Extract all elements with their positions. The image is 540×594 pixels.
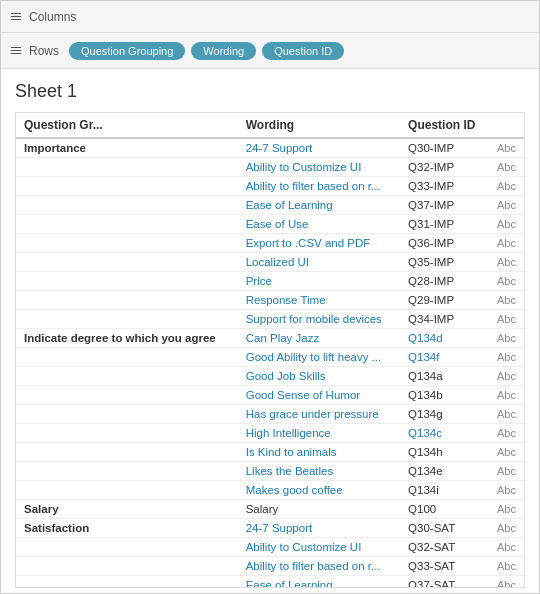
cell-qid: Q100 (400, 500, 489, 519)
cell-wording: Is Kind to animals (238, 443, 400, 462)
cell-abc: Abc (489, 158, 524, 177)
cell-group (16, 424, 238, 443)
cell-qid: Q31-IMP (400, 215, 489, 234)
table-row: Ease of LearningQ37-IMPAbc (16, 196, 524, 215)
col-header-qid: Question ID (400, 113, 489, 138)
cell-group (16, 481, 238, 500)
cell-qid: Q134e (400, 462, 489, 481)
table-row: Good Ability to lift heavy ...Q134fAbc (16, 348, 524, 367)
cell-qid: Q37-IMP (400, 196, 489, 215)
table-row: Ease of UseQ31-IMPAbc (16, 215, 524, 234)
table-row: High IntelligenceQ134cAbc (16, 424, 524, 443)
columns-toolbar: Columns (1, 1, 539, 33)
cell-wording: Ability to filter based on r... (238, 177, 400, 196)
col-header-abc (489, 113, 524, 138)
table-row: SalarySalaryQ100Abc (16, 500, 524, 519)
cell-group (16, 272, 238, 291)
columns-label: Columns (11, 10, 76, 24)
app-container: Columns Rows Question Grouping Wording Q… (0, 0, 540, 594)
cell-wording: Likes the Beatles (238, 462, 400, 481)
cell-abc: Abc (489, 538, 524, 557)
cell-wording: 24-7 Support (238, 138, 400, 158)
table-row: Ability to filter based on r...Q33-SATAb… (16, 557, 524, 576)
cell-group: Satisfaction (16, 519, 238, 538)
pill-wording[interactable]: Wording (191, 42, 256, 60)
cell-abc: Abc (489, 519, 524, 538)
table-row: Good Job SkillsQ134aAbc (16, 367, 524, 386)
cell-abc: Abc (489, 310, 524, 329)
table-row: Has grace under pressureQ134gAbc (16, 405, 524, 424)
table-row: Localized UIQ35-IMPAbc (16, 253, 524, 272)
cell-qid: Q29-IMP (400, 291, 489, 310)
cell-qid: Q134a (400, 367, 489, 386)
cell-group (16, 291, 238, 310)
col-header-group: Question Gr... (16, 113, 238, 138)
cell-wording: Salary (238, 500, 400, 519)
cell-group (16, 443, 238, 462)
cell-group (16, 462, 238, 481)
cell-qid: Q33-IMP (400, 177, 489, 196)
cell-wording: Export to .CSV and PDF (238, 234, 400, 253)
cell-wording: Support for mobile devices (238, 310, 400, 329)
cell-qid: Q32-IMP (400, 158, 489, 177)
data-table-wrapper[interactable]: Question Gr... Wording Question ID Impor… (15, 112, 525, 588)
cell-qid: Q37-SAT (400, 576, 489, 589)
cell-abc: Abc (489, 576, 524, 589)
cell-group (16, 310, 238, 329)
cell-qid: Q35-IMP (400, 253, 489, 272)
cell-abc: Abc (489, 443, 524, 462)
cell-wording: Price (238, 272, 400, 291)
cell-qid: Q36-IMP (400, 234, 489, 253)
cell-group (16, 158, 238, 177)
table-row: Is Kind to animalsQ134hAbc (16, 443, 524, 462)
cell-group (16, 177, 238, 196)
cell-abc: Abc (489, 196, 524, 215)
cell-qid: Q134h (400, 443, 489, 462)
table-header-row: Question Gr... Wording Question ID (16, 113, 524, 138)
cell-group (16, 538, 238, 557)
pill-question-grouping[interactable]: Question Grouping (69, 42, 185, 60)
cell-abc: Abc (489, 386, 524, 405)
main-content: Sheet 1 Question Gr... Wording Question … (1, 69, 539, 593)
cell-wording: Localized UI (238, 253, 400, 272)
cell-abc: Abc (489, 234, 524, 253)
pill-question-id[interactable]: Question ID (262, 42, 344, 60)
cell-qid: Q32-SAT (400, 538, 489, 557)
cell-abc: Abc (489, 405, 524, 424)
cell-abc: Abc (489, 481, 524, 500)
table-row: Response TimeQ29-IMPAbc (16, 291, 524, 310)
table-row: Ability to filter based on r...Q33-IMPAb… (16, 177, 524, 196)
sheet-title: Sheet 1 (15, 81, 525, 102)
cell-wording: High Intelligence (238, 424, 400, 443)
cell-abc: Abc (489, 215, 524, 234)
table-row: Indicate degree to which you agreeCan Pl… (16, 329, 524, 348)
rows-icon (11, 47, 21, 55)
rows-toolbar: Rows Question Grouping Wording Question … (1, 33, 539, 69)
cell-qid: Q33-SAT (400, 557, 489, 576)
table-body: Importance24-7 SupportQ30-IMPAbcAbility … (16, 138, 524, 588)
cell-qid: Q134c (400, 424, 489, 443)
cell-abc: Abc (489, 500, 524, 519)
cell-abc: Abc (489, 177, 524, 196)
table-row: Ability to Customize UIQ32-SATAbc (16, 538, 524, 557)
cell-wording: Ease of Learning (238, 576, 400, 589)
cell-group (16, 253, 238, 272)
cell-qid: Q28-IMP (400, 272, 489, 291)
cell-wording: Ease of Learning (238, 196, 400, 215)
cell-wording: Ability to Customize UI (238, 538, 400, 557)
table-row: Good Sense of HumorQ134bAbc (16, 386, 524, 405)
cell-group (16, 215, 238, 234)
columns-icon (11, 13, 21, 21)
table-row: Satisfaction24-7 SupportQ30-SATAbc (16, 519, 524, 538)
cell-abc: Abc (489, 462, 524, 481)
cell-abc: Abc (489, 367, 524, 386)
cell-wording: Ability to filter based on r... (238, 557, 400, 576)
rows-label: Rows (11, 44, 59, 58)
cell-qid: Q30-SAT (400, 519, 489, 538)
cell-wording: Good Job Skills (238, 367, 400, 386)
table-row: Likes the BeatlesQ134eAbc (16, 462, 524, 481)
table-row: Ability to Customize UIQ32-IMPAbc (16, 158, 524, 177)
cell-group (16, 386, 238, 405)
cell-qid: Q34-IMP (400, 310, 489, 329)
cell-abc: Abc (489, 138, 524, 158)
